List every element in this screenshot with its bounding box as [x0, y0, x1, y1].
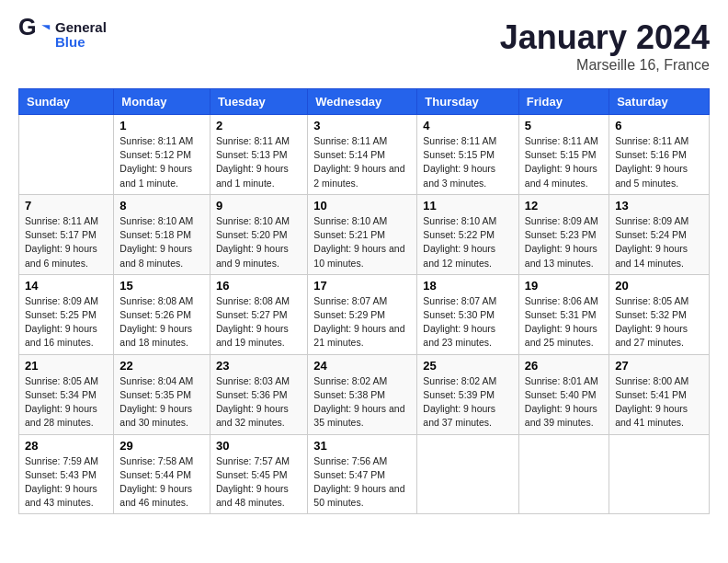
day-info: Sunrise: 8:09 AMSunset: 5:23 PMDaylight:…: [525, 214, 603, 270]
day-cell: 15Sunrise: 8:08 AMSunset: 5:26 PMDayligh…: [114, 274, 210, 354]
day-info: Sunrise: 8:09 AMSunset: 5:24 PMDaylight:…: [615, 214, 703, 270]
day-number: 4: [423, 119, 513, 132]
week-row-1: 7Sunrise: 8:11 AMSunset: 5:17 PMDaylight…: [19, 194, 710, 274]
day-cell: 10Sunrise: 8:10 AMSunset: 5:21 PMDayligh…: [308, 194, 417, 274]
day-info: Sunrise: 8:08 AMSunset: 5:26 PMDaylight:…: [119, 294, 204, 350]
day-number: 9: [216, 199, 301, 213]
day-info: Sunrise: 8:09 AMSunset: 5:25 PMDaylight:…: [25, 294, 108, 350]
column-header-sunday: Sunday: [19, 89, 114, 115]
header-row: SundayMondayTuesdayWednesdayThursdayFrid…: [19, 89, 710, 115]
day-number: 29: [119, 439, 204, 453]
day-number: 24: [313, 359, 411, 373]
day-number: 5: [525, 119, 603, 132]
column-header-wednesday: Wednesday: [308, 89, 417, 115]
day-cell: 16Sunrise: 8:08 AMSunset: 5:27 PMDayligh…: [210, 274, 307, 354]
day-cell: 13Sunrise: 8:09 AMSunset: 5:24 PMDayligh…: [609, 194, 710, 274]
day-number: 19: [525, 279, 603, 293]
day-info: Sunrise: 8:07 AMSunset: 5:30 PMDaylight:…: [423, 294, 513, 350]
day-info: Sunrise: 8:11 AMSunset: 5:13 PMDaylight:…: [216, 134, 301, 190]
column-header-saturday: Saturday: [609, 89, 710, 115]
day-number: 7: [25, 199, 108, 213]
calendar-table: SundayMondayTuesdayWednesdayThursdayFrid…: [18, 88, 710, 514]
day-number: 13: [615, 199, 703, 213]
day-cell: 29Sunrise: 7:58 AMSunset: 5:44 PMDayligh…: [114, 434, 210, 514]
day-cell: 2Sunrise: 8:11 AMSunset: 5:13 PMDaylight…: [210, 115, 307, 195]
day-info: Sunrise: 8:05 AMSunset: 5:34 PMDaylight:…: [25, 374, 108, 431]
week-row-3: 21Sunrise: 8:05 AMSunset: 5:34 PMDayligh…: [19, 354, 710, 434]
day-info: Sunrise: 8:00 AMSunset: 5:41 PMDaylight:…: [615, 374, 703, 431]
week-row-4: 28Sunrise: 7:59 AMSunset: 5:43 PMDayligh…: [19, 434, 710, 514]
day-cell: 4Sunrise: 8:11 AMSunset: 5:15 PMDaylight…: [417, 115, 519, 195]
day-info: Sunrise: 8:10 AMSunset: 5:18 PMDaylight:…: [119, 214, 204, 270]
day-number: 16: [216, 279, 301, 293]
day-cell: [518, 434, 609, 514]
day-cell: 28Sunrise: 7:59 AMSunset: 5:43 PMDayligh…: [19, 434, 114, 514]
day-info: Sunrise: 8:11 AMSunset: 5:15 PMDaylight:…: [525, 134, 603, 190]
svg-marker-1: [41, 25, 50, 29]
day-cell: 30Sunrise: 7:57 AMSunset: 5:45 PMDayligh…: [210, 434, 307, 514]
day-cell: 18Sunrise: 8:07 AMSunset: 5:30 PMDayligh…: [417, 274, 519, 354]
day-info: Sunrise: 7:56 AMSunset: 5:47 PMDaylight:…: [313, 454, 411, 511]
day-info: Sunrise: 8:11 AMSunset: 5:16 PMDaylight:…: [615, 134, 703, 190]
day-number: 18: [423, 279, 513, 293]
day-cell: 31Sunrise: 7:56 AMSunset: 5:47 PMDayligh…: [308, 434, 417, 514]
day-info: Sunrise: 8:07 AMSunset: 5:29 PMDaylight:…: [313, 294, 411, 350]
page-header: G General Blue January 2024 Marseille 16…: [18, 18, 710, 74]
day-cell: 23Sunrise: 8:03 AMSunset: 5:36 PMDayligh…: [210, 354, 307, 434]
day-number: 21: [25, 359, 108, 373]
day-number: 22: [119, 359, 204, 373]
day-number: 30: [216, 439, 301, 453]
day-cell: 3Sunrise: 8:11 AMSunset: 5:14 PMDaylight…: [308, 115, 417, 195]
subtitle: Marseille 16, France: [500, 57, 710, 74]
day-number: 23: [216, 359, 301, 373]
day-cell: 22Sunrise: 8:04 AMSunset: 5:35 PMDayligh…: [114, 354, 210, 434]
week-row-0: 1Sunrise: 8:11 AMSunset: 5:12 PMDaylight…: [19, 115, 710, 195]
day-number: 6: [615, 119, 703, 132]
title-block: January 2024 Marseille 16, France: [500, 18, 710, 74]
day-number: 28: [25, 439, 108, 453]
day-number: 17: [313, 279, 411, 293]
day-info: Sunrise: 8:05 AMSunset: 5:32 PMDaylight:…: [615, 294, 703, 350]
day-cell: 26Sunrise: 8:01 AMSunset: 5:40 PMDayligh…: [518, 354, 609, 434]
day-number: 1: [119, 119, 204, 132]
day-cell: 27Sunrise: 8:00 AMSunset: 5:41 PMDayligh…: [609, 354, 710, 434]
day-cell: 24Sunrise: 8:02 AMSunset: 5:38 PMDayligh…: [308, 354, 417, 434]
day-info: Sunrise: 8:10 AMSunset: 5:22 PMDaylight:…: [423, 214, 513, 270]
day-cell: 19Sunrise: 8:06 AMSunset: 5:31 PMDayligh…: [518, 274, 609, 354]
day-cell: [19, 115, 114, 195]
day-number: 26: [525, 359, 603, 373]
day-cell: 6Sunrise: 8:11 AMSunset: 5:16 PMDaylight…: [609, 115, 710, 195]
day-info: Sunrise: 8:11 AMSunset: 5:17 PMDaylight:…: [25, 214, 108, 270]
day-number: 31: [313, 439, 411, 453]
day-info: Sunrise: 7:59 AMSunset: 5:43 PMDaylight:…: [25, 454, 108, 511]
day-info: Sunrise: 8:11 AMSunset: 5:14 PMDaylight:…: [313, 134, 411, 190]
day-number: 15: [119, 279, 204, 293]
day-info: Sunrise: 8:10 AMSunset: 5:20 PMDaylight:…: [216, 214, 301, 270]
column-header-friday: Friday: [518, 89, 609, 115]
day-info: Sunrise: 7:57 AMSunset: 5:45 PMDaylight:…: [216, 454, 301, 511]
day-cell: [417, 434, 519, 514]
day-cell: 5Sunrise: 8:11 AMSunset: 5:15 PMDaylight…: [518, 115, 609, 195]
day-cell: 21Sunrise: 8:05 AMSunset: 5:34 PMDayligh…: [19, 354, 114, 434]
day-number: 10: [313, 199, 411, 213]
day-cell: 1Sunrise: 8:11 AMSunset: 5:12 PMDaylight…: [114, 115, 210, 195]
day-info: Sunrise: 8:10 AMSunset: 5:21 PMDaylight:…: [313, 214, 411, 270]
column-header-thursday: Thursday: [417, 89, 519, 115]
day-info: Sunrise: 8:08 AMSunset: 5:27 PMDaylight:…: [216, 294, 301, 350]
day-info: Sunrise: 8:11 AMSunset: 5:12 PMDaylight:…: [119, 134, 204, 190]
day-number: 3: [313, 119, 411, 132]
day-cell: 8Sunrise: 8:10 AMSunset: 5:18 PMDaylight…: [114, 194, 210, 274]
day-number: 2: [216, 119, 301, 132]
day-cell: 14Sunrise: 8:09 AMSunset: 5:25 PMDayligh…: [19, 274, 114, 354]
day-cell: 20Sunrise: 8:05 AMSunset: 5:32 PMDayligh…: [609, 274, 710, 354]
day-info: Sunrise: 7:58 AMSunset: 5:44 PMDaylight:…: [119, 454, 204, 511]
day-cell: 7Sunrise: 8:11 AMSunset: 5:17 PMDaylight…: [19, 194, 114, 274]
logo-icon: G: [18, 18, 51, 52]
day-cell: 12Sunrise: 8:09 AMSunset: 5:23 PMDayligh…: [518, 194, 609, 274]
column-header-tuesday: Tuesday: [210, 89, 307, 115]
day-info: Sunrise: 8:02 AMSunset: 5:39 PMDaylight:…: [423, 374, 513, 431]
week-row-2: 14Sunrise: 8:09 AMSunset: 5:25 PMDayligh…: [19, 274, 710, 354]
day-cell: 9Sunrise: 8:10 AMSunset: 5:20 PMDaylight…: [210, 194, 307, 274]
logo: G General Blue: [18, 18, 107, 52]
day-cell: 25Sunrise: 8:02 AMSunset: 5:39 PMDayligh…: [417, 354, 519, 434]
